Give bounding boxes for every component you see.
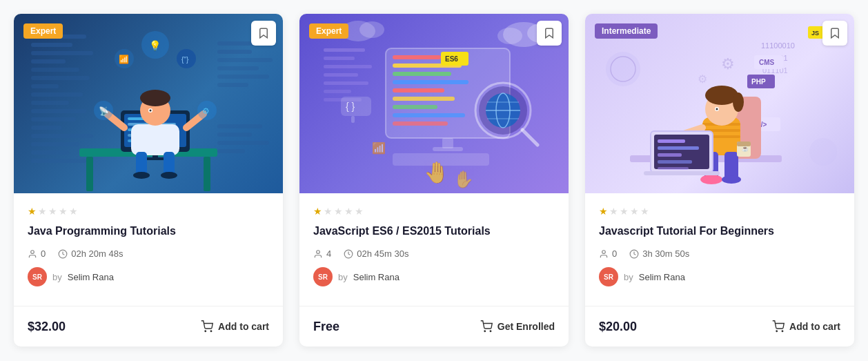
- svg-rect-91: [442, 138, 453, 148]
- star-4: ★: [630, 206, 639, 217]
- svg-rect-147: [658, 153, 682, 157]
- svg-rect-75: [393, 80, 468, 84]
- bookmark-icon: [543, 27, 555, 39]
- card-thumbnail: 11100010 00101 011101 CMS PHP C:/ </> JS…: [585, 14, 854, 193]
- svg-rect-37: [146, 157, 165, 160]
- bookmark-button[interactable]: [537, 21, 562, 46]
- card-body: ★★★★★ JavaScript ES6 / ES2015 Tutorials …: [299, 193, 569, 306]
- svg-point-103: [359, 21, 384, 38]
- svg-rect-4: [31, 68, 79, 72]
- thumbnail-bg: 11100010 00101 011101 CMS PHP C:/ </> JS…: [585, 14, 854, 193]
- star-1: ★: [313, 206, 322, 217]
- star-2: ★: [324, 206, 333, 217]
- svg-rect-15: [31, 159, 86, 163]
- action-button[interactable]: Add to cart: [772, 316, 840, 337]
- author-name: Selim Rana: [353, 272, 400, 282]
- action-button[interactable]: Add to cart: [201, 316, 269, 337]
- svg-rect-146: [658, 146, 699, 150]
- author-info: SR by Selim Rana: [599, 267, 840, 296]
- card-footer: $20.00 Add to cart: [585, 306, 854, 347]
- students-icon: [313, 249, 323, 259]
- student-count: 0: [28, 248, 46, 259]
- svg-rect-63: [324, 48, 365, 52]
- svg-rect-23: [217, 133, 252, 137]
- svg-point-156: [776, 331, 778, 332]
- svg-rect-64: [324, 57, 355, 60]
- student-count: 4: [313, 248, 331, 259]
- course-card-java: 📡 ⚙ 💡 📶 {"} Expert ★★★★★ Java: [14, 14, 283, 347]
- svg-rect-25: [217, 149, 245, 153]
- svg-rect-14: [31, 150, 69, 155]
- student-count-value: 0: [612, 248, 617, 259]
- thumbnail-bg: 📡 ⚙ 💡 📶 {"}: [14, 14, 283, 193]
- svg-rect-17: [217, 50, 252, 54]
- difficulty-badge: Expert: [309, 23, 348, 39]
- star-2: ★: [38, 206, 47, 217]
- course-price: Free: [313, 320, 339, 334]
- star-4: ★: [344, 206, 353, 217]
- student-count: 0: [599, 248, 617, 259]
- course-card-js: ES6 { } 🤚 ✋: [299, 14, 569, 347]
- svg-point-43: [133, 172, 150, 179]
- svg-text:PHP: PHP: [751, 78, 766, 86]
- svg-rect-1: [31, 43, 72, 47]
- clock-icon: [629, 249, 639, 259]
- svg-rect-28: [204, 157, 210, 191]
- bookmark-icon: [829, 27, 841, 39]
- svg-point-153: [809, 138, 837, 166]
- card-body: ★★★★★ Java Programming Tutorials 0 02: [14, 193, 283, 306]
- duration: 02h 45m 30s: [344, 248, 408, 259]
- svg-point-105: [317, 251, 320, 254]
- svg-point-61: [205, 331, 206, 332]
- svg-point-132: [722, 175, 741, 184]
- svg-text:📡: 📡: [99, 106, 109, 116]
- svg-point-101: [497, 28, 522, 44]
- svg-rect-13: [31, 142, 79, 146]
- svg-rect-145: [658, 139, 685, 143]
- svg-rect-74: [393, 72, 451, 76]
- star-3: ★: [620, 206, 629, 217]
- bookmark-button[interactable]: [251, 21, 276, 46]
- svg-rect-76: [393, 88, 444, 92]
- svg-rect-2: [31, 51, 93, 55]
- bookmark-button[interactable]: [822, 21, 847, 46]
- star-rating: ★★★★★: [599, 206, 840, 217]
- svg-rect-20: [217, 75, 269, 79]
- svg-point-48: [150, 110, 152, 112]
- author-info: SR by Selim Rana: [28, 267, 269, 296]
- svg-text:💡: 💡: [149, 40, 161, 52]
- card-thumbnail: 📡 ⚙ 💡 📶 {"} Expert: [14, 14, 283, 193]
- duration-value: 3h 30m 50s: [642, 248, 689, 259]
- action-button[interactable]: Get Enrolled: [480, 316, 555, 337]
- star-rating: ★★★★★: [313, 206, 555, 217]
- svg-point-62: [210, 331, 212, 332]
- svg-rect-150: [644, 171, 720, 175]
- course-title: Javascript Tutorial For Beginners: [599, 224, 840, 239]
- svg-rect-66: [324, 73, 358, 77]
- svg-text:⚙: ⚙: [721, 55, 735, 72]
- course-price: $32.00: [28, 320, 66, 334]
- svg-text:ES6: ES6: [445, 55, 458, 63]
- duration-value: 02h 45m 30s: [357, 248, 408, 259]
- cart-icon: [201, 320, 213, 333]
- student-count-value: 0: [41, 248, 46, 259]
- svg-line-85: [522, 130, 537, 145]
- cart-icon: [480, 320, 493, 333]
- svg-rect-68: [324, 90, 351, 93]
- svg-rect-21: [217, 83, 248, 87]
- students-icon: [28, 249, 37, 259]
- author-name: Selim Rana: [68, 272, 114, 282]
- duration: 02h 20m 48s: [58, 248, 123, 259]
- svg-text:CMS: CMS: [759, 59, 775, 66]
- svg-rect-9: [31, 109, 86, 113]
- svg-rect-96: [351, 116, 355, 123]
- star-4: ★: [59, 206, 68, 217]
- card-footer: Free Get Enrolled: [299, 306, 569, 347]
- card-footer: $32.00 Add to cart: [14, 306, 283, 347]
- svg-point-137: [716, 108, 718, 110]
- svg-text:✋: ✋: [453, 169, 474, 189]
- course-meta: 4 02h 45m 30s: [313, 248, 555, 259]
- students-icon: [599, 249, 609, 259]
- star-3: ★: [48, 206, 57, 217]
- svg-point-157: [782, 331, 783, 332]
